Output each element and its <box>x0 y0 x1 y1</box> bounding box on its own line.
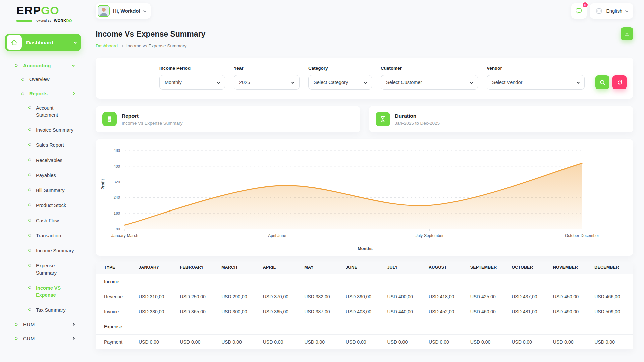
chevron-down-icon <box>74 41 77 44</box>
sidebar-report-item[interactable]: Expense Summary <box>0 258 88 281</box>
table-header-cell: MARCH <box>219 261 260 274</box>
workdo-work: WORK <box>54 19 66 23</box>
refresh-icon <box>616 79 623 86</box>
year-select[interactable]: 2025 <box>234 75 300 90</box>
sidebar-report-item[interactable]: Invoice Summary <box>0 123 88 138</box>
sidebar-item-hrm[interactable]: HRM <box>0 318 88 331</box>
sidebar-item-dashboard[interactable]: Dashboard <box>5 34 81 51</box>
income-period-select[interactable]: Monthly <box>159 75 225 90</box>
sidebar-report-item[interactable]: Bill Summary <box>0 183 88 198</box>
report-item-label: Bill Summary <box>36 187 64 194</box>
sidebar-item-overview[interactable]: Overview <box>0 72 88 86</box>
table-cell: USD 466,00 <box>592 289 633 304</box>
chevron-down-icon <box>470 80 473 84</box>
chart-xtick-label: October-December <box>565 233 599 238</box>
table-header-cell: DECEMBER <box>592 261 633 274</box>
reset-button[interactable] <box>612 75 627 89</box>
workdo-do: DO <box>66 19 72 23</box>
filter-vendor: Vendor Select Vendor <box>487 66 585 90</box>
bullet-icon <box>28 173 32 177</box>
table-cell: USD 370,00 <box>260 289 302 304</box>
filter-category: Category Select Category <box>308 66 372 90</box>
table-header-row: TYPEJANUARYFEBRUARYMARCHAPRILMAYJUNEJULY… <box>96 261 633 274</box>
table-header-cell: MAY <box>302 261 343 274</box>
chevron-down-icon <box>143 9 147 12</box>
bullet-icon <box>14 64 18 67</box>
table-header-cell: AUGUST <box>426 261 468 274</box>
sidebar-report-item[interactable]: Transaction <box>0 228 88 243</box>
chevron-right-icon <box>72 92 75 95</box>
download-button[interactable] <box>621 27 633 40</box>
accounting-submenu: Overview Reports <box>0 72 88 101</box>
overview-label: Overview <box>29 77 74 82</box>
logo-go: GO <box>41 4 59 17</box>
filter-income-period: Income Period Monthly <box>159 66 225 90</box>
breadcrumb-current: Income vs Expense Summary <box>126 43 186 48</box>
language-label: English <box>606 8 622 14</box>
income-period-label: Income Period <box>159 66 225 71</box>
sidebar-report-item[interactable]: Income Summary <box>0 243 88 258</box>
year-value: 2025 <box>239 80 250 85</box>
table-row: Payment USD 0,00USD 0,00USD 0,00USD 0,00… <box>96 335 633 350</box>
app-root: ERPGO Powered By WORKDO Dashboard Accoun… <box>0 0 644 362</box>
table-cell: USD 310,00 <box>136 289 177 304</box>
table-cell: USD 390,00 <box>343 289 385 304</box>
reports-submenu: Account Statement Invoice Summary Sales … <box>0 101 88 318</box>
brand-logo: ERPGO Powered By WORKDO <box>0 5 88 23</box>
bullet-icon <box>28 106 32 109</box>
row-type-cell: Revenue <box>96 289 136 304</box>
table-cell: USD 330,00 <box>136 304 177 319</box>
sidebar-item-reports[interactable]: Reports <box>0 86 88 101</box>
chevron-down-icon <box>625 9 629 12</box>
messages-button[interactable]: 0 <box>571 3 587 19</box>
sidebar-report-item[interactable]: Income VS Expense <box>0 281 88 303</box>
duration-card-subtitle: Jan-2025 to Dec-2025 <box>395 121 440 126</box>
vendor-select[interactable]: Select Vendor <box>487 75 585 90</box>
sidebar-report-item[interactable]: Payables <box>0 168 88 183</box>
chevron-right-icon <box>121 44 123 47</box>
chart-xtick-label: April-June <box>268 233 286 238</box>
category-select[interactable]: Select Category <box>308 75 372 90</box>
hourglass-icon <box>376 112 390 126</box>
sidebar-report-item[interactable]: Product Stock <box>0 198 88 213</box>
report-card-subtitle: Income Vs Expense Summary <box>122 121 183 126</box>
sidebar-report-item[interactable]: Receivables <box>0 153 88 168</box>
customer-select[interactable]: Select Customer <box>381 75 478 90</box>
year-label: Year <box>234 66 300 71</box>
powered-by-text: Powered By <box>35 19 51 22</box>
table-section-row: Income : <box>96 274 633 289</box>
sidebar-report-item[interactable]: Cash Flow <box>0 213 88 228</box>
breadcrumb-dashboard-link[interactable]: Dashboard <box>96 43 118 48</box>
table-header-cell: SEPTEMBER <box>468 261 509 274</box>
language-selector[interactable]: English <box>590 3 633 19</box>
report-item-label: Income VS Expense <box>36 285 75 299</box>
sidebar-report-item[interactable]: Sales Report <box>0 138 88 153</box>
sidebar-item-accounting[interactable]: Accounting <box>0 59 88 72</box>
filter-actions <box>595 75 627 90</box>
sidebar-report-item[interactable]: Tax Summary <box>0 303 88 318</box>
greeting-text: Hi, Workdo! <box>113 8 140 14</box>
user-menu[interactable]: Hi, Workdo! <box>96 3 151 19</box>
report-item-label: Invoice Summary <box>36 127 73 134</box>
bullet-icon <box>28 143 32 146</box>
table-row: Revenue USD 310,00USD 250,00USD 290,00US… <box>96 289 633 304</box>
table-cell: USD 403,00 <box>343 304 385 319</box>
filter-panel: Income Period Monthly Year 2025 Category… <box>96 58 633 99</box>
breadcrumb: Dashboard Income vs Expense Summary <box>96 43 633 48</box>
bullet-icon <box>28 248 32 252</box>
sidebar: ERPGO Powered By WORKDO Dashboard Accoun… <box>0 0 88 362</box>
table-cell: USD 400,00 <box>384 289 426 304</box>
chart-xtick-label: January-March <box>111 233 138 238</box>
report-item-label: Cash Flow <box>36 217 59 224</box>
topbar-actions: 0 English <box>571 3 633 19</box>
sidebar-item-crm[interactable]: CRM <box>0 331 88 345</box>
chart-ytick-label: 480 <box>114 148 120 153</box>
sidebar-report-item[interactable]: Account Statement <box>0 101 88 123</box>
section-label: Income : <box>96 274 633 289</box>
table-header-cell: JANUARY <box>136 261 177 274</box>
home-icon <box>7 35 22 50</box>
logo-text: ERPGO <box>16 5 88 16</box>
logo-erp: ERP <box>16 4 41 17</box>
search-button[interactable] <box>595 75 609 89</box>
duration-card: Duration Jan-2025 to Dec-2025 <box>369 106 634 132</box>
